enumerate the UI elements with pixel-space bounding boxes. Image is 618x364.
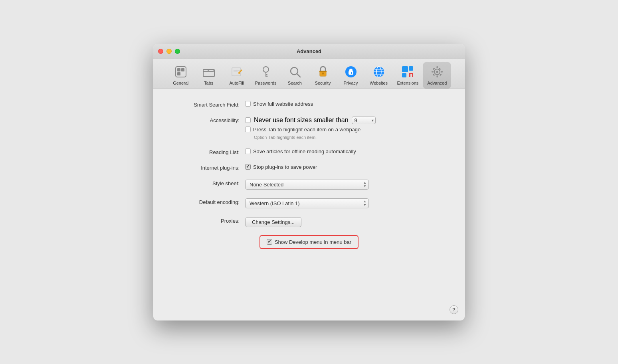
svg-line-17 xyxy=(297,74,300,77)
tab-tabs-label: Tabs xyxy=(204,81,213,85)
default-encoding-select[interactable]: Western (ISO Latin 1) Unicode (UTF-8) xyxy=(245,198,369,208)
svg-rect-39 xyxy=(439,73,442,76)
svg-rect-3 xyxy=(177,72,180,75)
passwords-icon xyxy=(259,65,273,79)
tab-advanced[interactable]: Advanced xyxy=(423,62,451,89)
svg-rect-0 xyxy=(176,67,186,77)
tab-tabs[interactable]: Tabs xyxy=(195,62,222,89)
svg-rect-38 xyxy=(432,67,435,70)
tab-websites[interactable]: Websites xyxy=(365,62,392,89)
tab-security[interactable]: Security xyxy=(309,62,337,89)
svg-rect-2 xyxy=(181,68,184,71)
proxies-label: Proxies: xyxy=(169,217,245,224)
press-tab-label[interactable]: Press Tab to highlight each item on a we… xyxy=(245,127,376,133)
security-icon xyxy=(316,65,330,79)
font-size-row: Never use font sizes smaller than 9 10 1… xyxy=(245,117,376,124)
tab-privacy[interactable]: Privacy xyxy=(337,62,364,89)
tab-autofill-label: AutoFill xyxy=(229,81,244,85)
toolbar: General Tabs xyxy=(153,59,465,89)
tab-passwords[interactable]: Passwords xyxy=(251,62,281,89)
tab-autofill[interactable]: AutoFill xyxy=(223,62,250,89)
default-encoding-label: Default encoding: xyxy=(169,198,245,205)
svg-rect-29 xyxy=(402,66,408,72)
svg-rect-41 xyxy=(432,73,435,76)
proxies-controls: Change Settings... xyxy=(245,217,301,227)
tab-extensions-label: Extensions xyxy=(397,81,419,85)
help-button[interactable]: ? xyxy=(450,305,458,314)
advanced-icon xyxy=(430,65,444,79)
tabs-icon xyxy=(202,65,216,79)
default-encoding-controls: Western (ISO Latin 1) Unicode (UTF-8) ▲ … xyxy=(245,198,369,208)
save-articles-checkbox[interactable] xyxy=(245,148,251,154)
accessibility-controls: Never use font sizes smaller than 9 10 1… xyxy=(245,117,376,140)
internet-plugins-controls: Stop plug-ins to save power xyxy=(245,164,317,170)
smart-search-label: Smart Search Field: xyxy=(169,101,245,108)
tab-search-label: Search xyxy=(288,81,302,85)
reading-list-label: Reading List: xyxy=(169,148,245,155)
tab-passwords-label: Passwords xyxy=(255,81,277,85)
smart-search-controls: Show full website address xyxy=(245,101,313,107)
show-full-address-checkbox[interactable] xyxy=(245,101,251,107)
style-sheet-label: Style sheet: xyxy=(169,180,245,186)
svg-rect-37 xyxy=(441,71,443,72)
svg-rect-30 xyxy=(409,66,413,71)
stop-plugins-label[interactable]: Stop plug-ins to save power xyxy=(245,164,317,170)
press-tab-checkbox[interactable] xyxy=(245,127,251,132)
smart-search-row: Smart Search Field: Show full website ad… xyxy=(169,101,449,108)
develop-row: Show Develop menu in menu bar xyxy=(169,235,449,249)
tab-privacy-label: Privacy xyxy=(343,81,358,85)
default-encoding-dropdown-wrapper: Western (ISO Latin 1) Unicode (UTF-8) ▲ … xyxy=(245,198,369,208)
change-settings-button[interactable]: Change Settings... xyxy=(245,217,301,227)
accessibility-label: Accessibility: xyxy=(169,117,245,123)
preferences-window: Advanced General xyxy=(153,44,465,320)
style-sheet-row: Style sheet: None Selected ▲ ▼ xyxy=(169,180,449,190)
svg-rect-31 xyxy=(402,73,406,77)
accessibility-row: Accessibility: Never use font sizes smal… xyxy=(169,117,449,140)
proxies-row: Proxies: Change Settings... xyxy=(169,217,449,227)
stop-plugins-text: Stop plug-ins to save power xyxy=(253,164,317,170)
title-bar: Advanced xyxy=(153,44,465,59)
extensions-icon xyxy=(400,65,415,79)
svg-rect-1 xyxy=(177,68,180,71)
maximize-button[interactable] xyxy=(175,49,180,54)
svg-point-12 xyxy=(263,67,269,72)
default-encoding-row: Default encoding: Western (ISO Latin 1) … xyxy=(169,198,449,208)
traffic-lights xyxy=(158,49,180,54)
press-tab-text: Press Tab to highlight each item on a we… xyxy=(253,127,360,133)
tab-general[interactable]: General xyxy=(167,62,194,89)
websites-icon xyxy=(372,65,386,79)
svg-point-33 xyxy=(436,71,438,73)
svg-rect-36 xyxy=(432,71,434,72)
show-develop-checkbox[interactable] xyxy=(267,239,272,245)
svg-rect-4 xyxy=(203,69,214,77)
style-sheet-controls: None Selected ▲ ▼ xyxy=(245,180,369,190)
general-icon xyxy=(174,65,188,79)
tab-general-label: General xyxy=(173,81,188,85)
show-full-address-label[interactable]: Show full website address xyxy=(245,101,313,107)
internet-plugins-label: Internet plug-ins: xyxy=(169,164,245,171)
privacy-icon xyxy=(344,65,358,79)
tab-search[interactable]: Search xyxy=(281,62,309,89)
tab-security-label: Security xyxy=(315,81,331,85)
style-sheet-select[interactable]: None Selected xyxy=(245,180,369,190)
develop-box: Show Develop menu in menu bar xyxy=(259,235,359,249)
minimize-button[interactable] xyxy=(166,49,172,54)
save-articles-text: Save articles for offline reading automa… xyxy=(253,148,356,154)
close-button[interactable] xyxy=(158,49,163,54)
option-tab-hint: Option-Tab highlights each item. xyxy=(254,135,376,140)
show-develop-label[interactable]: Show Develop menu in menu bar xyxy=(267,239,351,245)
show-develop-text: Show Develop menu in menu bar xyxy=(275,239,351,245)
tab-extensions[interactable]: Extensions xyxy=(393,62,423,89)
search-icon xyxy=(288,65,302,79)
font-size-select[interactable]: 9 10 11 12 14 xyxy=(352,117,376,124)
show-full-address-text: Show full website address xyxy=(253,101,313,107)
tab-websites-label: Websites xyxy=(370,81,388,85)
style-sheet-dropdown-wrapper: None Selected ▲ ▼ xyxy=(245,180,369,190)
never-font-checkbox[interactable] xyxy=(245,117,251,123)
window-title: Advanced xyxy=(297,48,321,54)
stop-plugins-checkbox[interactable] xyxy=(245,164,251,170)
save-articles-label[interactable]: Save articles for offline reading automa… xyxy=(245,148,356,154)
svg-rect-35 xyxy=(436,75,438,77)
reading-list-controls: Save articles for offline reading automa… xyxy=(245,148,356,154)
settings-section: Smart Search Field: Show full website ad… xyxy=(169,101,449,227)
